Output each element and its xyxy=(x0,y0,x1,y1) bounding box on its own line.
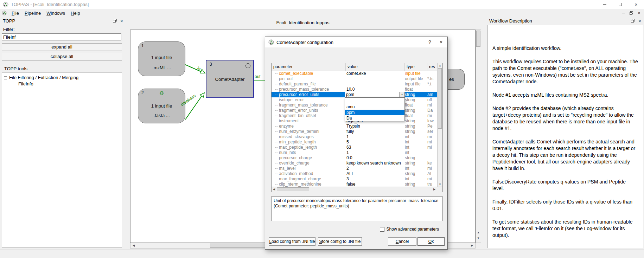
float-panel-icon[interactable] xyxy=(631,18,635,24)
column-header-value[interactable]: value xyxy=(346,63,405,71)
parameter-restrictions-cell: low xyxy=(427,118,437,124)
parameter-row[interactable]: precursor_charge 0:0 string xyxy=(272,155,437,161)
menu-item[interactable]: Pipeline xyxy=(22,9,44,17)
parameter-row[interactable]: enzyme Trypsin string Pe xyxy=(272,124,437,129)
parameter-row[interactable]: precursor_mass_tolerance 10.0 float xyxy=(272,87,437,92)
close-panel-icon[interactable]: × xyxy=(638,19,641,23)
parameter-name-cell: num_enzyme_termini xyxy=(272,129,346,134)
parameter-value-cell[interactable]: 0:0 xyxy=(346,155,405,161)
edge-label-in: in xyxy=(196,66,202,72)
parameter-row[interactable]: override_charge keep known search unknow… xyxy=(272,161,437,166)
parameter-row[interactable]: activation_method ALL string AL xyxy=(272,171,437,176)
column-header-res[interactable]: res xyxy=(427,63,437,71)
float-panel-icon[interactable] xyxy=(113,18,117,24)
parameter-row[interactable]: ms_level 2 int mi xyxy=(272,166,437,171)
workflow-node-cometadapter[interactable]: 3 CometAdapter xyxy=(206,60,254,98)
parameter-value-cell[interactable]: 1 xyxy=(346,150,405,155)
parameter-value-cell[interactable]: false xyxy=(346,182,405,187)
tree-item-group[interactable]: File Filtering / Extraction / Merging xyxy=(2,75,122,81)
cancel-button[interactable]: Cancel xyxy=(388,237,416,246)
parameter-value-cell[interactable]: 5 xyxy=(346,140,405,145)
scroll-right-icon[interactable]: ▶ xyxy=(470,243,474,248)
parameter-row[interactable]: num_hits 1 int xyxy=(272,150,437,155)
parameter-row[interactable]: missed_cleavages 1 int mi xyxy=(272,134,437,140)
parameter-value-cell[interactable]: ALL xyxy=(346,171,405,176)
expand-all-button[interactable]: expand all xyxy=(2,43,122,51)
tree-item-fileinfo[interactable]: FileInfo xyxy=(2,81,122,87)
parameter-restrictions-cell: Da xyxy=(427,108,437,113)
parameter-value-cell[interactable]: 63 xyxy=(346,145,405,150)
parameter-name-cell: ms_level xyxy=(272,166,346,171)
dropdown-option[interactable]: Da xyxy=(345,115,404,121)
parameter-value-cell[interactable]: fully xyxy=(346,129,405,134)
collapse-expander-icon[interactable] xyxy=(4,76,7,79)
dropdown-option[interactable]: amu xyxy=(345,104,404,110)
workflow-node-input-fasta[interactable]: 2 ♻ 1 input file .fasta ... xyxy=(138,89,185,123)
show-advanced-checkbox[interactable] xyxy=(380,227,384,232)
scrollbar-thumb[interactable] xyxy=(476,31,480,47)
parameter-row[interactable]: clip_nterm_methionine false string tru xyxy=(272,182,437,187)
minimize-button[interactable] xyxy=(597,0,612,9)
table-vertical-scrollbar[interactable]: ▲ ▼ xyxy=(437,63,442,187)
ok-button[interactable]: Ok xyxy=(417,237,445,246)
parameter-value-cell[interactable]: 3 xyxy=(346,176,405,182)
parameter-value-cell[interactable]: Trypsin xyxy=(346,124,405,129)
menu-item[interactable]: Help xyxy=(68,9,83,17)
parameter-row[interactable]: pin_out output file *.ts xyxy=(272,76,437,82)
dialog-close-button[interactable]: × xyxy=(435,37,447,47)
table-horizontal-scrollbar[interactable]: ◀ ▶ xyxy=(272,187,442,192)
scroll-up-icon[interactable]: ▲ xyxy=(438,63,442,68)
parameter-restrictions-cell: ke xyxy=(427,161,437,166)
maximize-button[interactable] xyxy=(612,0,628,9)
parameter-restrictions-cell: mi xyxy=(427,176,437,182)
menu-item[interactable]: File xyxy=(9,9,22,17)
parameter-value-cell[interactable] xyxy=(346,76,405,82)
dialog-help-button[interactable]: ? xyxy=(424,37,435,47)
canvas-vertical-scrollbar[interactable]: ▲ ▼ xyxy=(476,30,481,243)
parameter-value-cell[interactable] xyxy=(346,82,405,87)
parameter-row[interactable]: default_params_file input file *.t xyxy=(272,82,437,87)
scroll-left-icon[interactable]: ◀ xyxy=(131,243,136,248)
scroll-right-icon[interactable]: ▶ xyxy=(432,187,437,192)
scrollbar-thumb[interactable] xyxy=(438,68,442,129)
combobox-dropdown-icon[interactable]: ▼ xyxy=(399,92,404,97)
column-header-parameter[interactable]: parameter xyxy=(272,63,346,71)
mdi-close-icon[interactable]: × xyxy=(636,10,643,16)
workflow-node-input-mzml[interactable]: 1 1 input file .mzML ... xyxy=(138,41,185,76)
filter-input[interactable]: FileInf xyxy=(2,33,121,40)
description-paragraph: Node #1 accepts mzML files containing MS… xyxy=(492,92,638,98)
mdi-minimize-icon[interactable] xyxy=(620,10,627,16)
parameter-restrictions-cell xyxy=(427,87,437,92)
parameter-name-cell: enzyme xyxy=(272,124,346,129)
parameter-row[interactable]: comet_executable comet.exe input file xyxy=(272,71,437,76)
dropdown-option[interactable] xyxy=(345,98,404,104)
parameter-value-cell[interactable]: comet.exe xyxy=(346,71,405,76)
store-config-button[interactable]: Store config to .INI file xyxy=(318,237,362,246)
mdi-restore-icon[interactable] xyxy=(628,10,635,16)
precursor-error-units-combobox[interactable]: ppm ▼ xyxy=(345,92,405,97)
parameter-row[interactable]: max_fragment_charge 3 int mi xyxy=(272,176,437,182)
parameter-row[interactable]: num_enzyme_termini fully string ser xyxy=(272,129,437,134)
scroll-down-icon[interactable]: ▼ xyxy=(476,236,481,241)
menu-item[interactable]: Windows xyxy=(44,9,68,17)
parameter-value-cell[interactable]: 1 xyxy=(346,134,405,140)
close-button[interactable]: × xyxy=(628,0,644,9)
parameter-row[interactable]: min_peptide_length 5 int mi xyxy=(272,140,437,145)
parameter-value-cell[interactable]: 2 xyxy=(346,166,405,171)
dropdown-option[interactable]: ppm xyxy=(345,110,404,115)
column-header-type[interactable]: type xyxy=(405,63,427,71)
collapse-all-button[interactable]: collapse all xyxy=(2,53,122,60)
topp-panel-title: TOPP xyxy=(3,18,15,24)
description-paragraph: CometAdapter calls Comet which performs … xyxy=(492,138,638,172)
scroll-up-icon[interactable]: ▲ xyxy=(476,230,481,235)
scrollbar-thumb[interactable] xyxy=(277,187,309,191)
parameter-row[interactable]: max_peptide_length 63 int mi xyxy=(272,145,437,150)
load-config-button[interactable]: Load config from .INI file xyxy=(269,237,315,246)
parameter-value-cell[interactable]: 10.0 xyxy=(346,87,405,92)
scroll-left-icon[interactable]: ◀ xyxy=(272,187,276,192)
parameter-value-cell[interactable]: keep known search unknown xyxy=(346,161,405,166)
scroll-down-icon[interactable]: ▼ xyxy=(438,182,442,187)
edge-label-out: out xyxy=(255,74,261,79)
close-panel-icon[interactable]: × xyxy=(120,19,123,23)
parameter-name-cell: precursor_error_units xyxy=(272,92,346,97)
